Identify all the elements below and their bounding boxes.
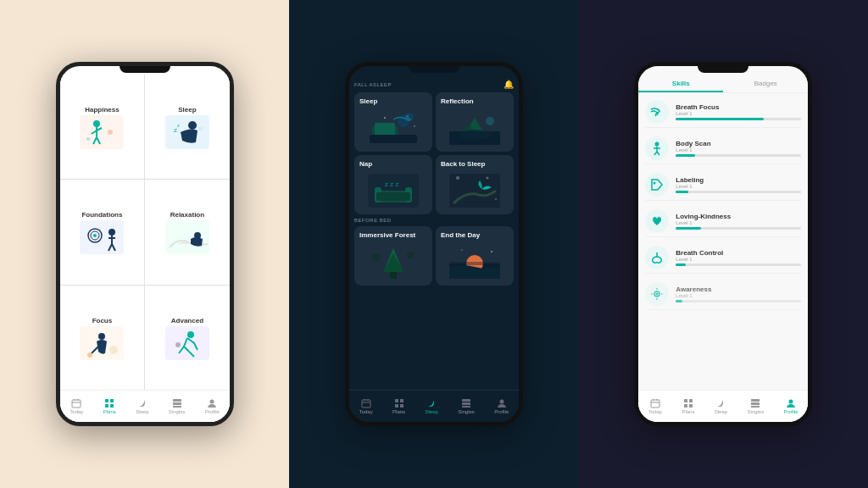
svg-rect-39: [105, 399, 108, 402]
skills-nav-profile[interactable]: Profile: [784, 398, 798, 414]
sleep-card[interactable]: Sleep: [354, 92, 432, 152]
svg-rect-44: [173, 402, 181, 405]
skill-breath-focus[interactable]: Breath Focus Level 1: [645, 97, 801, 128]
sleep-nav-sleep[interactable]: Sleep: [425, 398, 437, 414]
right-panel: Skills Badges Breath Focus Level 1: [579, 0, 868, 488]
svg-point-58: [486, 117, 494, 125]
svg-rect-89: [462, 402, 470, 405]
nav-plans[interactable]: Plans: [103, 398, 116, 414]
sleep-nav-plans[interactable]: Plans: [392, 398, 405, 414]
svg-point-34: [175, 342, 181, 347]
svg-rect-90: [462, 406, 470, 408]
svg-rect-50: [370, 135, 417, 143]
plan-card-foundations[interactable]: Foundations: [60, 180, 145, 284]
sleep-bottom-nav: Today Plans Sleep Singles: [349, 390, 519, 422]
svg-point-92: [655, 142, 659, 147]
plan-card-focus[interactable]: Focus: [60, 286, 145, 390]
breath-focus-info: Breath Focus Level 1: [676, 103, 801, 120]
end-the-day-art: [441, 242, 509, 280]
sleep-nav-singles[interactable]: Singles: [458, 398, 475, 414]
plans-bottom-nav: Today Plans Sleep: [60, 390, 230, 422]
body-scan-icon-wrap: [645, 136, 669, 160]
tab-badges[interactable]: Badges: [723, 80, 808, 92]
svg-point-29: [109, 346, 118, 354]
back-to-sleep-card[interactable]: Back to Sleep: [436, 155, 514, 214]
svg-point-52: [409, 114, 414, 119]
right-notch: [698, 66, 748, 73]
left-panel: Happiness: [0, 0, 289, 488]
svg-point-7: [108, 130, 113, 135]
skill-labeling[interactable]: Labeling Level 1: [645, 169, 801, 201]
advanced-illustration: [165, 326, 209, 360]
skills-nav-today[interactable]: Today: [648, 398, 662, 414]
skills-tabs: Skills Badges: [638, 75, 808, 93]
svg-point-91: [499, 400, 504, 404]
svg-rect-88: [462, 399, 470, 402]
svg-rect-104: [651, 400, 659, 408]
svg-rect-111: [689, 404, 693, 408]
nav-sleep[interactable]: Sleep: [136, 398, 148, 414]
svg-rect-45: [173, 406, 181, 408]
skill-awareness[interactable]: Awareness Level 1: [645, 279, 801, 310]
skills-nav-singles[interactable]: Singles: [748, 398, 765, 414]
svg-rect-114: [751, 406, 760, 408]
svg-line-96: [657, 152, 659, 155]
svg-rect-43: [173, 399, 181, 402]
fall-asleep-label: FALL ASLEEP: [354, 82, 392, 87]
skill-body-scan[interactable]: Body Scan Level 1: [645, 133, 801, 164]
loving-kindness-bar: [676, 227, 801, 230]
svg-rect-85: [400, 399, 403, 402]
plan-card-sleep[interactable]: Sleep z z: [145, 75, 230, 179]
nav-singles[interactable]: Singles: [169, 398, 186, 414]
svg-rect-35: [72, 400, 81, 408]
sleep-header: FALL ASLEEP 🔔: [354, 78, 514, 92]
skill-loving-kindness[interactable]: Loving-Kindness Level 1: [645, 206, 801, 237]
lungs-icon: [649, 250, 665, 265]
nap-card[interactable]: Nap z z z: [354, 155, 432, 214]
before-bed-label: BEFORE BED: [354, 218, 514, 223]
fall-asleep-grid: Sleep: [354, 92, 514, 214]
bell-icon[interactable]: 🔔: [504, 80, 514, 89]
svg-point-46: [210, 400, 214, 404]
svg-rect-40: [110, 399, 114, 402]
svg-point-1: [93, 120, 100, 127]
svg-point-18: [108, 229, 115, 236]
skills-moon-icon: [715, 398, 726, 408]
sleep-nav-profile[interactable]: Profile: [494, 398, 509, 414]
labeling-fill: [676, 191, 688, 193]
svg-rect-113: [751, 402, 760, 405]
skill-breath-control[interactable]: Breath Control Level 1: [645, 242, 801, 274]
awareness-fill: [676, 300, 682, 302]
immersive-forest-card[interactable]: Immersive Forest: [354, 226, 432, 286]
plan-card-happiness[interactable]: Happiness: [60, 75, 145, 179]
skills-nav-sleep[interactable]: Sleep: [715, 398, 727, 414]
right-phone: Skills Badges Breath Focus Level 1: [634, 62, 812, 426]
svg-point-8: [86, 137, 90, 141]
awareness-bar: [676, 300, 801, 302]
before-bed-grid: Immersive Forest End the: [354, 226, 514, 286]
reflection-card[interactable]: Reflection: [436, 92, 514, 152]
labeling-bar: [676, 191, 801, 193]
svg-rect-84: [395, 399, 398, 402]
breath-control-fill: [676, 263, 686, 266]
plan-card-advanced[interactable]: Advanced: [145, 286, 230, 390]
svg-point-13: [198, 126, 203, 131]
skills-nav-plans[interactable]: Plans: [682, 398, 694, 414]
end-the-day-card[interactable]: End the Day: [436, 226, 514, 286]
skills-plans-icon: [682, 398, 694, 408]
nav-profile[interactable]: Profile: [205, 398, 220, 414]
middle-panel: FALL ASLEEP 🔔 Sleep: [289, 0, 578, 488]
nav-today[interactable]: Today: [70, 398, 83, 414]
svg-rect-86: [395, 404, 398, 408]
plan-card-relaxation[interactable]: Relaxation: [145, 180, 230, 284]
svg-point-31: [187, 331, 194, 338]
sleep-today-icon: [360, 398, 372, 408]
sleep-nav-today[interactable]: Today: [359, 398, 373, 414]
singles-icon: [171, 398, 183, 408]
middle-phone: FALL ASLEEP 🔔 Sleep: [345, 62, 523, 426]
skills-list: Breath Focus Level 1: [638, 93, 808, 390]
svg-rect-87: [400, 404, 403, 408]
tab-skills[interactable]: Skills: [638, 80, 723, 92]
profile-icon: [206, 398, 218, 408]
phone-notch: [120, 66, 170, 73]
